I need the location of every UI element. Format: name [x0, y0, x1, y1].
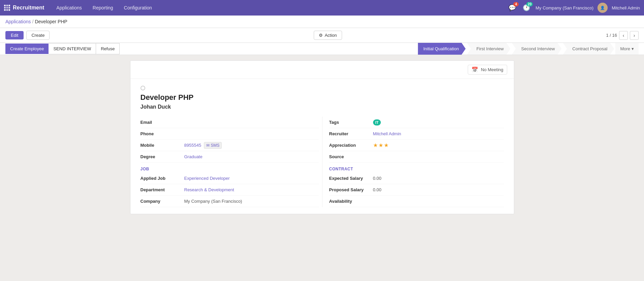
- action-label: Action: [325, 33, 337, 38]
- it-tag: IT: [373, 119, 381, 125]
- send-interview-button[interactable]: SEND INTERVIEW: [49, 43, 96, 54]
- activity-badge: 20: [526, 2, 533, 6]
- app-title: Recruitment: [13, 5, 44, 11]
- status-indicator[interactable]: [141, 86, 145, 90]
- appreciation-stars[interactable]: ★ ★ ★: [373, 142, 504, 148]
- stage-first-interview[interactable]: First Interview: [467, 43, 511, 55]
- activity-notification-btn[interactable]: 🕐 20: [521, 3, 531, 13]
- user-avatar[interactable]: 👤: [597, 3, 608, 13]
- form-grid: Email Phone Mobile 8955545 ✉ SMS: [141, 117, 504, 207]
- proposed-salary-label: Proposed Salary: [329, 187, 373, 192]
- top-navbar: Recruitment Applications Reporting Confi…: [0, 0, 644, 16]
- stage-more-button[interactable]: More ▾: [615, 43, 639, 55]
- field-expected-salary: Expected Salary 0.00: [329, 173, 504, 184]
- job-title: Developer PHP: [141, 93, 504, 102]
- company-name: My Company (San Francisco): [535, 5, 593, 10]
- department-label: Department: [141, 187, 184, 192]
- field-proposed-salary: Proposed Salary 0.00: [329, 184, 504, 196]
- stage-second-interview[interactable]: Second Interview: [512, 43, 562, 55]
- edit-button[interactable]: Edit: [5, 31, 24, 39]
- menu-item-configuration[interactable]: Configuration: [119, 0, 157, 16]
- tags-label: Tags: [329, 120, 373, 125]
- sms-icon: ✉: [206, 143, 210, 148]
- sms-button[interactable]: ✉ SMS: [204, 142, 222, 149]
- form-left-column: Email Phone Mobile 8955545 ✉ SMS: [141, 117, 322, 207]
- sms-label: SMS: [211, 143, 219, 148]
- breadcrumb-parent[interactable]: Applications: [5, 19, 31, 24]
- chevron-down-icon: ▾: [632, 46, 634, 51]
- field-tags: Tags IT: [329, 117, 504, 128]
- record-pager: 1 / 16 ‹ ›: [606, 31, 639, 40]
- field-recruiter: Recruiter Mitchell Admin: [329, 128, 504, 140]
- action-dropdown-button[interactable]: ⚙ Action: [314, 31, 342, 40]
- breadcrumb-separator: /: [32, 19, 34, 24]
- create-employee-button[interactable]: Create Employee: [5, 44, 49, 54]
- gear-icon: ⚙: [319, 33, 323, 38]
- field-mobile: Mobile 8955545 ✉ SMS: [141, 140, 319, 151]
- avatar-initials: 👤: [597, 3, 608, 13]
- job-section-label: Job: [141, 163, 319, 173]
- mobile-number[interactable]: 8955545: [184, 143, 202, 148]
- field-appreciation: Appreciation ★ ★ ★: [329, 140, 504, 151]
- prev-record-button[interactable]: ‹: [619, 31, 628, 40]
- menu-item-applications[interactable]: Applications: [51, 0, 87, 16]
- stage-bar-actions: Create Employee SEND INTERVIEW Refuse: [5, 43, 120, 54]
- main-content: 📅 No Meeting Developer PHP Johan Duck Em…: [0, 55, 644, 281]
- app-logo[interactable]: Recruitment: [4, 5, 44, 11]
- source-label: Source: [329, 154, 373, 159]
- next-record-button[interactable]: ›: [630, 31, 639, 40]
- contract-section-label: Contract: [329, 163, 504, 173]
- topnav-right: 💬 4 🕐 20 My Company (San Francisco) 👤 Mi…: [507, 3, 640, 13]
- applied-job-value[interactable]: Experienced Developer: [184, 176, 319, 181]
- applicant-name: Johan Duck: [141, 104, 504, 110]
- stages-pipeline: Initial Qualification First Interview Se…: [418, 43, 639, 55]
- field-degree: Degree Graduate: [141, 151, 319, 163]
- stars-container: ★ ★ ★: [373, 142, 504, 148]
- action-bar: Edit Create ⚙ Action 1 / 16 ‹ ›: [0, 28, 644, 43]
- chat-notification-btn[interactable]: 💬 4: [507, 3, 517, 13]
- refuse-button[interactable]: Refuse: [96, 43, 120, 54]
- form-card-header: 📅 No Meeting: [130, 61, 514, 79]
- recruiter-value[interactable]: Mitchell Admin: [373, 131, 504, 136]
- degree-value[interactable]: Graduate: [184, 154, 319, 159]
- no-meeting-button[interactable]: 📅 No Meeting: [468, 65, 507, 75]
- star-1[interactable]: ★: [373, 142, 378, 148]
- availability-label: Availability: [329, 199, 373, 204]
- field-department: Department Research & Development: [141, 184, 319, 196]
- expected-salary-value[interactable]: 0.00: [373, 176, 504, 181]
- star-2[interactable]: ★: [378, 142, 383, 148]
- recruiter-label: Recruiter: [329, 131, 373, 136]
- field-availability: Availability: [329, 196, 504, 207]
- stage-contract-proposal[interactable]: Contract Proposal: [563, 43, 614, 55]
- menu-item-reporting[interactable]: Reporting: [87, 0, 119, 16]
- stage-bar: Create Employee SEND INTERVIEW Refuse In…: [0, 43, 644, 55]
- field-applied-job: Applied Job Experienced Developer: [141, 173, 319, 184]
- phone-label: Phone: [141, 131, 184, 136]
- more-label: More: [620, 46, 630, 51]
- top-menu: Applications Reporting Configuration: [51, 0, 507, 16]
- field-email: Email: [141, 117, 319, 128]
- no-meeting-label: No Meeting: [481, 67, 503, 72]
- form-right-column: Tags IT Recruiter Mitchell Admin Appreci…: [322, 117, 504, 207]
- expected-salary-label: Expected Salary: [329, 176, 373, 181]
- field-source: Source: [329, 151, 504, 163]
- breadcrumb: Applications / Developer PHP: [0, 16, 644, 28]
- stage-initial-qualification[interactable]: Initial Qualification: [418, 43, 466, 55]
- company-label: Company: [141, 199, 184, 204]
- tags-value[interactable]: IT: [373, 120, 504, 125]
- email-label: Email: [141, 120, 184, 125]
- proposed-salary-value[interactable]: 0.00: [373, 187, 504, 192]
- appreciation-label: Appreciation: [329, 143, 373, 148]
- calendar-icon: 📅: [471, 66, 478, 73]
- create-button[interactable]: Create: [26, 31, 50, 40]
- field-phone: Phone: [141, 128, 319, 140]
- degree-label: Degree: [141, 154, 184, 159]
- mobile-label: Mobile: [141, 143, 184, 148]
- department-value[interactable]: Research & Development: [184, 187, 319, 192]
- form-body: Developer PHP Johan Duck Email Phone Mob…: [130, 79, 514, 214]
- company-value[interactable]: My Company (San Francisco): [184, 199, 319, 204]
- field-company: Company My Company (San Francisco): [141, 196, 319, 207]
- star-3[interactable]: ★: [384, 142, 389, 148]
- grid-icon[interactable]: [4, 5, 10, 11]
- user-name: Mitchell Admin: [612, 5, 640, 10]
